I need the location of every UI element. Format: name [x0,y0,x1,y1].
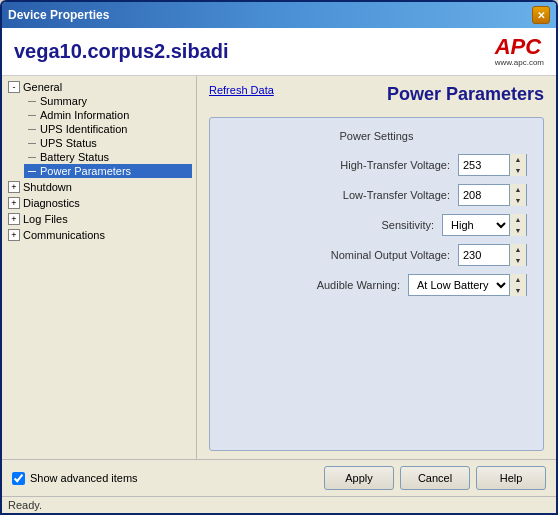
help-button[interactable]: Help [476,466,546,490]
expand-icon-general: - [8,81,20,93]
apc-logo: APC [495,36,544,58]
title-bar: Device Properties ✕ [2,2,556,28]
spinner-btns-sensitivity: ▲ ▼ [509,214,526,236]
sidebar: - General Summary Admin Information UPS … [2,76,197,459]
close-button[interactable]: ✕ [532,6,550,24]
spinner-up-low-transfer[interactable]: ▲ [510,184,526,195]
bottom-area: Show advanced items Apply Cancel Help [2,459,556,496]
select-sensitivity[interactable]: High Medium Low [443,215,509,235]
main-panel: Refresh Data Power Parameters Power Sett… [197,76,556,459]
label-audible-warning: Audible Warning: [240,279,400,291]
sidebar-item-general[interactable]: - General [6,80,192,94]
panel-header: Refresh Data Power Parameters [209,84,544,105]
spinner-down-nominal-voltage[interactable]: ▼ [510,255,526,266]
show-advanced-label[interactable]: Show advanced items [30,472,138,484]
spinner-up-audible-warning[interactable]: ▲ [510,274,526,285]
spinner-down-high-transfer[interactable]: ▼ [510,165,526,176]
label-sensitivity: Sensitivity: [274,219,434,231]
settings-box: Power Settings High-Transfer Voltage: ▲ … [209,117,544,451]
device-name: vega10.corpus2.sibadi [14,40,229,63]
spinner-high-transfer: ▲ ▼ [458,154,527,176]
spinner-audible-warning: At Low Battery Always Never ▲ ▼ [408,274,527,296]
dash-icon [28,157,36,158]
label-nominal-voltage: Nominal Output Voltage: [290,249,450,261]
apc-logo-container: APC www.apc.com [495,36,544,67]
refresh-link[interactable]: Refresh Data [209,84,274,96]
dash-icon [28,129,36,130]
tree-group-shutdown: + Shutdown [6,180,192,194]
form-row-low-transfer: Low-Transfer Voltage: ▲ ▼ [226,184,527,206]
tree-group-communications: + Communications [6,228,192,242]
input-nominal-voltage[interactable] [459,245,509,265]
expand-icon-communications: + [8,229,20,241]
input-high-transfer[interactable] [459,155,509,175]
tree-group-diagnostics: + Diagnostics [6,196,192,210]
sidebar-item-summary[interactable]: Summary [24,94,192,108]
dash-icon [28,143,36,144]
window-title: Device Properties [8,8,109,22]
panel-title: Power Parameters [387,84,544,105]
general-children: Summary Admin Information UPS Identifica… [6,94,192,178]
sidebar-item-log-files[interactable]: + Log Files [6,212,192,226]
spinner-btns-nominal-voltage: ▲ ▼ [509,244,526,266]
label-high-transfer: High-Transfer Voltage: [290,159,450,171]
status-text: Ready. [8,499,42,511]
sidebar-item-communications[interactable]: + Communications [6,228,192,242]
device-properties-window: Device Properties ✕ vega10.corpus2.sibad… [0,0,558,515]
select-audible-warning[interactable]: At Low Battery Always Never [409,275,509,295]
dash-icon [28,115,36,116]
label-low-transfer: Low-Transfer Voltage: [290,189,450,201]
sidebar-item-admin-info[interactable]: Admin Information [24,108,192,122]
status-bar: Ready. [2,496,556,513]
button-area: Apply Cancel Help [324,466,546,490]
settings-box-title: Power Settings [226,130,527,142]
tree-group-general: - General Summary Admin Information UPS … [6,80,192,178]
cancel-button[interactable]: Cancel [400,466,470,490]
spinner-btns-high-transfer: ▲ ▼ [509,154,526,176]
form-row-audible-warning: Audible Warning: At Low Battery Always N… [226,274,527,296]
spinner-nominal-voltage: ▲ ▼ [458,244,527,266]
dash-icon [28,101,36,102]
spinner-btns-audible-warning: ▲ ▼ [509,274,526,296]
apply-button[interactable]: Apply [324,466,394,490]
spinner-up-high-transfer[interactable]: ▲ [510,154,526,165]
sidebar-item-shutdown[interactable]: + Shutdown [6,180,192,194]
expand-icon-diagnostics: + [8,197,20,209]
sidebar-item-ups-id[interactable]: UPS Identification [24,122,192,136]
sidebar-label-general: General [23,81,62,93]
spinner-low-transfer: ▲ ▼ [458,184,527,206]
sidebar-item-ups-status[interactable]: UPS Status [24,136,192,150]
sidebar-item-power-params[interactable]: Power Parameters [24,164,192,178]
sidebar-item-diagnostics[interactable]: + Diagnostics [6,196,192,210]
show-advanced-checkbox[interactable] [12,472,25,485]
form-row-nominal-voltage: Nominal Output Voltage: ▲ ▼ [226,244,527,266]
content-area: - General Summary Admin Information UPS … [2,76,556,459]
form-row-sensitivity: Sensitivity: High Medium Low ▲ ▼ [226,214,527,236]
sidebar-item-battery-status[interactable]: Battery Status [24,150,192,164]
checkbox-area: Show advanced items [12,472,138,485]
spinner-sensitivity: High Medium Low ▲ ▼ [442,214,527,236]
apc-website: www.apc.com [495,58,544,67]
expand-icon-log-files: + [8,213,20,225]
tree-group-log-files: + Log Files [6,212,192,226]
input-low-transfer[interactable] [459,185,509,205]
dash-icon [28,171,36,172]
form-row-high-transfer: High-Transfer Voltage: ▲ ▼ [226,154,527,176]
spinner-down-low-transfer[interactable]: ▼ [510,195,526,206]
header-area: vega10.corpus2.sibadi APC www.apc.com [2,28,556,76]
spinner-down-sensitivity[interactable]: ▼ [510,225,526,236]
spinner-up-nominal-voltage[interactable]: ▲ [510,244,526,255]
spinner-up-sensitivity[interactable]: ▲ [510,214,526,225]
spinner-btns-low-transfer: ▲ ▼ [509,184,526,206]
expand-icon-shutdown: + [8,181,20,193]
spinner-down-audible-warning[interactable]: ▼ [510,285,526,296]
